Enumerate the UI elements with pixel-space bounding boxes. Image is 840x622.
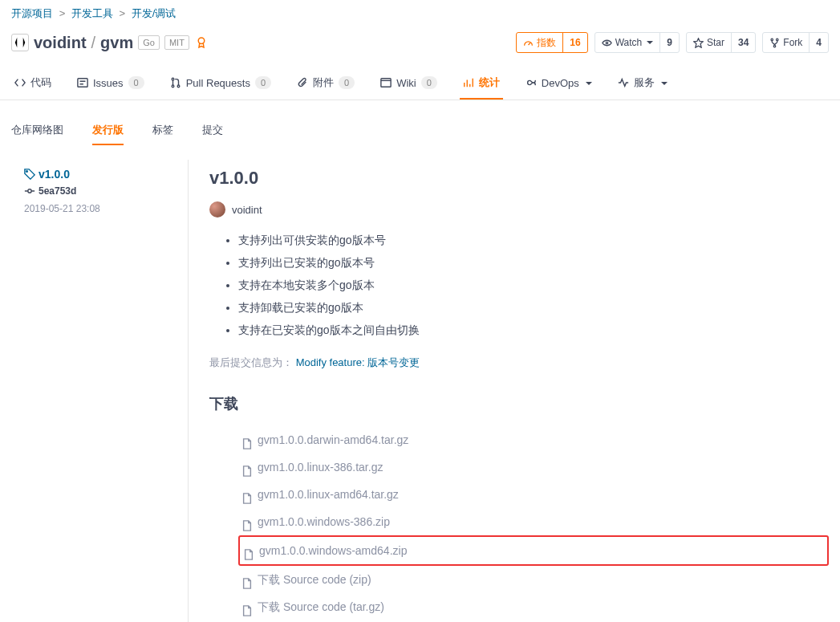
release-note-item: 支持卸载已安装的go版本 (238, 296, 829, 319)
download-item[interactable]: gvm1.0.0.linux-386.tar.gz (238, 453, 829, 481)
social-counts: 指数 16 Watch 9 Star 34 Fork 4 (516, 32, 829, 53)
svg-rect-9 (381, 79, 391, 87)
file-icon (241, 574, 253, 585)
file-icon (241, 516, 253, 527)
star-label: Star (707, 37, 724, 48)
watch-label: Watch (615, 37, 643, 48)
tab-label: 统计 (479, 75, 500, 90)
tab-label: 代码 (30, 75, 51, 90)
stats-icon (463, 77, 474, 88)
release-note-item: 支持在本地安装多个go版本 (238, 274, 829, 296)
watch-count: 9 (659, 33, 679, 52)
repo-owner-link[interactable]: voidint (34, 34, 87, 52)
license-badge: MIT (164, 35, 189, 50)
tab-issues[interactable]: Issues 0 (74, 68, 148, 99)
tab-label: Issues (93, 77, 124, 89)
subtab-releases[interactable]: 发行版 (92, 116, 124, 145)
release-note-item: 支持列出已安装的go版本号 (238, 251, 829, 274)
star-icon (693, 38, 704, 48)
download-item[interactable]: gvm1.0.0.darwin-amd64.tar.gz (238, 426, 829, 453)
paperclip-icon (297, 77, 308, 88)
release-title: v1.0.0 (209, 168, 829, 189)
repo-title: voidint / gvm Go MIT (11, 34, 209, 52)
release-date: 2019-05-21 23:08 (24, 203, 175, 214)
release-tag-link[interactable]: v1.0.0 (24, 168, 175, 181)
subtab-network[interactable]: 仓库网络图 (11, 116, 63, 145)
download-item[interactable]: 下载 Source code (zip) (238, 566, 829, 593)
download-link[interactable]: gvm1.0.0.linux-amd64.tar.gz (258, 483, 399, 506)
index-button[interactable]: 指数 16 (516, 32, 587, 53)
breadcrumb-link[interactable]: 开发工具 (71, 7, 113, 19)
content: v1.0.0 5ea753d 2019-05-21 23:08 v1.0.0 v… (0, 152, 840, 622)
tab-label: DevOps (542, 77, 579, 89)
last-commit: 最后提交信息为： Modify feature: 版本号变更 (209, 356, 829, 370)
recommend-icon (194, 35, 209, 50)
release-tag-text: v1.0.0 (39, 168, 70, 181)
svg-point-6 (172, 78, 174, 80)
breadcrumb-link[interactable]: 开源项目 (11, 7, 53, 19)
file-icon (241, 489, 253, 500)
download-item[interactable]: gvm1.0.0.windows-386.zip (238, 508, 829, 535)
star-button[interactable]: Star 34 (686, 32, 756, 53)
wiki-count: 0 (421, 76, 437, 89)
last-commit-link[interactable]: Modify feature: 版本号变更 (296, 356, 420, 368)
breadcrumb-link[interactable]: 开发/调试 (132, 7, 177, 19)
svg-point-1 (606, 42, 607, 43)
subtab-commits[interactable]: 提交 (202, 116, 223, 145)
download-link[interactable]: gvm1.0.0.windows-386.zip (258, 510, 390, 533)
last-commit-label: 最后提交信息为： (209, 356, 293, 368)
commit-icon (24, 185, 35, 197)
download-link[interactable]: 下载 Source code (zip) (258, 568, 371, 591)
issues-count: 0 (128, 76, 144, 89)
download-link[interactable]: 下载 Source code (tar.gz) (258, 596, 384, 618)
release-note-item: 支持在已安装的go版本之间自由切换 (238, 319, 829, 341)
file-icon (241, 601, 253, 612)
svg-point-2 (771, 39, 773, 40)
tag-icon (24, 169, 35, 180)
downloads-heading: 下载 (209, 394, 829, 413)
tab-devops[interactable]: DevOps (522, 69, 595, 99)
repo-slash: / (91, 34, 96, 52)
download-link[interactable]: gvm1.0.0.linux-386.tar.gz (258, 456, 383, 478)
code-icon (14, 77, 26, 88)
tab-service[interactable]: 服务 (615, 67, 671, 100)
download-item[interactable]: gvm1.0.0.windows-amd64.zip (238, 535, 829, 566)
attach-count: 0 (339, 76, 355, 89)
svg-point-11 (28, 189, 31, 193)
file-icon (243, 545, 254, 556)
downloads-list: gvm1.0.0.darwin-amd64.tar.gzgvm1.0.0.lin… (209, 426, 829, 620)
repo-name-link[interactable]: gvm (100, 34, 133, 52)
fork-button[interactable]: Fork 4 (762, 32, 829, 53)
tab-code[interactable]: 代码 (11, 67, 55, 100)
repo-type-icon (11, 34, 29, 51)
download-link[interactable]: gvm1.0.0.windows-amd64.zip (259, 539, 407, 562)
tab-label: 服务 (634, 75, 655, 90)
tab-wiki[interactable]: Wiki 0 (377, 68, 440, 99)
tab-attach[interactable]: 附件 0 (294, 67, 358, 100)
svg-point-8 (177, 85, 180, 87)
index-label: 指数 (537, 36, 556, 50)
release-commit-link[interactable]: 5ea753d (24, 185, 175, 197)
pulls-count: 0 (255, 76, 271, 89)
watch-button[interactable]: Watch 9 (594, 32, 680, 53)
repo-header: voidint / gvm Go MIT 指数 16 Watch 9 Star … (0, 27, 840, 67)
download-item[interactable]: gvm1.0.0.linux-amd64.tar.gz (238, 481, 829, 508)
subtab-tags[interactable]: 标签 (152, 116, 173, 145)
repo-tabs: 代码 Issues 0 Pull Requests 0 附件 0 Wiki 0 … (0, 67, 840, 100)
tab-pulls[interactable]: Pull Requests 0 (167, 68, 274, 99)
release-commit-sha: 5ea753d (39, 185, 76, 197)
release-author[interactable]: voidint (209, 201, 829, 217)
author-name: voidint (232, 204, 262, 216)
release-note-item: 支持列出可供安装的go版本号 (238, 229, 829, 251)
tab-stats[interactable]: 统计 (460, 67, 503, 100)
pulse-icon (618, 77, 629, 88)
tab-label: Pull Requests (186, 77, 250, 89)
download-item[interactable]: 下载 Source code (tar.gz) (238, 593, 829, 620)
file-icon (241, 461, 253, 473)
tab-label: 附件 (313, 75, 334, 90)
lang-badge: Go (138, 35, 160, 50)
infinity-icon (526, 77, 537, 88)
gauge-icon (523, 38, 534, 48)
index-count: 16 (562, 33, 586, 52)
download-link[interactable]: gvm1.0.0.darwin-amd64.tar.gz (258, 429, 408, 451)
